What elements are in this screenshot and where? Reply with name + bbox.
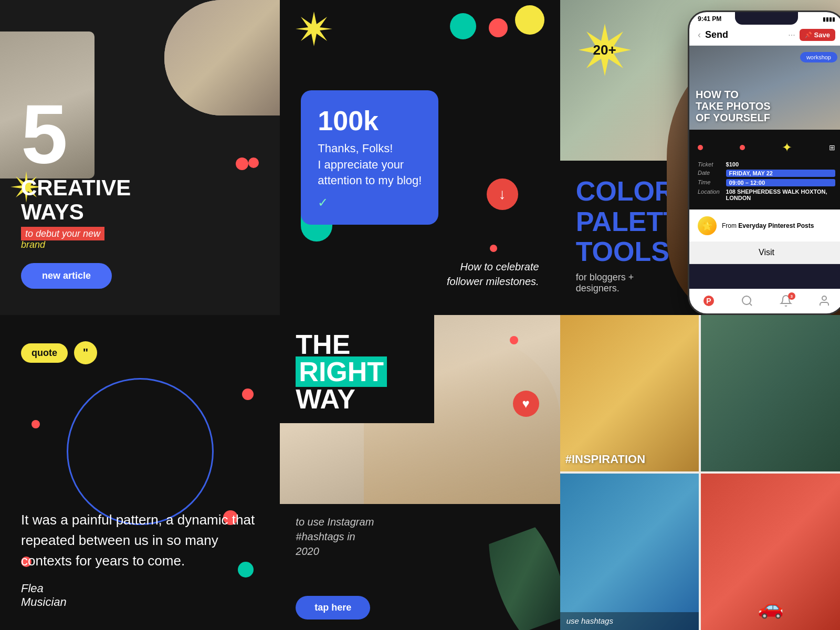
card3-badge: 20+	[576, 21, 634, 79]
card1-subtitle-block: to debut your new brand	[21, 228, 259, 250]
card-6-inspiration: #INSPIRATION use hashtags 🚗	[560, 315, 840, 630]
card5-title: THE RIGHT WAY	[296, 331, 418, 413]
card4-circle-decoration	[67, 378, 214, 525]
phone-container: 9:41 PM ▮▮▮▮ ‹ Send ··· 📌 Save workshop …	[640, 0, 840, 315]
phone-time-label: Time	[698, 179, 720, 186]
notification-badge: 3	[788, 292, 795, 300]
svg-point-2	[742, 296, 751, 304]
card2-checkmark: ✓	[318, 195, 422, 210]
phone-ticket-value: $100	[726, 161, 835, 167]
card5-leaf-decoration	[481, 536, 560, 630]
phone-event-header: ✦ ⊞	[698, 138, 835, 159]
phone-tab-bar: P 3	[689, 289, 840, 313]
phone-ticket-label: Ticket	[698, 161, 720, 167]
phone-hero-title: HOW TO TAKE PHOTOS OF YOURSELF	[696, 89, 771, 123]
phone-battery: ▮▮▮▮	[823, 16, 835, 22]
card4-quote-icon: "	[74, 341, 97, 364]
card4-quote-badge-group: quote "	[21, 341, 97, 364]
card1-new-article-button[interactable]: new article	[21, 263, 112, 289]
card1-title: CREATIVE WAYS	[21, 176, 259, 224]
phone-frame: 9:41 PM ▮▮▮▮ ‹ Send ··· 📌 Save workshop …	[688, 10, 840, 315]
phone-save-button[interactable]: 📌 Save	[800, 29, 835, 41]
card2-footer-text: How to celebrate follower milestones.	[447, 259, 539, 289]
card4-dot-2	[32, 420, 40, 428]
cell2-content	[701, 315, 840, 471]
card-5-right-way: THE RIGHT WAY ♥ to use Instagram #hashta…	[280, 315, 560, 630]
phone-date-value: FRIDAY, MAY 22	[726, 170, 835, 177]
dot-red	[489, 18, 508, 37]
star-burst-top	[296, 10, 332, 49]
phone-back-arrow[interactable]: ‹	[698, 29, 701, 40]
phone-avatar: 🌟	[698, 216, 717, 235]
card6-red-car: 🚗	[701, 595, 840, 620]
phone-visit-button[interactable]: Visit	[689, 242, 840, 264]
dot-teal	[450, 13, 476, 39]
dot-yellow	[515, 5, 544, 35]
phone-nav-bar: ‹ Send ··· 📌 Save	[689, 25, 840, 46]
card2-arrow: ↓	[487, 178, 518, 210]
card2-message: Thanks, Folks! I appreciate your attenti…	[318, 141, 422, 189]
card1-highlight: to debut your new	[21, 227, 104, 240]
phone-from-section: 🌟 From Everyday Pinterest Posts	[689, 209, 840, 242]
phone-date-label: Date	[698, 170, 720, 177]
phone-expand-icon[interactable]: ⊞	[829, 143, 835, 152]
svg-point-3	[822, 296, 826, 300]
card-3-color-palette: 20+ COLOR PALETTE TOOLS for bloggers + d…	[560, 0, 840, 315]
pin-icon: 📌	[805, 32, 812, 38]
phone-from-text: From Everyday Pinterest Posts	[722, 222, 814, 229]
phone-send-label: Send	[705, 29, 788, 40]
card6-cell-1: #INSPIRATION	[560, 315, 699, 471]
phone-location-label: Location	[698, 188, 720, 201]
card5-tap-here-button[interactable]: tap here	[296, 596, 370, 620]
card5-bottom-section: to use Instagram #hashtags in 2020 tap h…	[280, 504, 560, 630]
phone-starburst: ✦	[782, 140, 792, 155]
card-4-quote: quote " It was a painful pattern, a dyna…	[0, 315, 280, 630]
card2-100k-text: 100k	[318, 105, 422, 136]
card6-hashtag-text: #INSPIRATION	[565, 453, 645, 466]
phone-hero-image: workshop HOW TO TAKE PHOTOS OF YOURSELF	[689, 46, 840, 130]
phone-more-options[interactable]: ···	[788, 30, 795, 40]
card4-person-name: Flea Musician	[21, 582, 259, 609]
phone-notch	[735, 12, 798, 25]
card4-dot-1	[242, 388, 254, 400]
phone-time-value: 09:00 – 12:00	[726, 179, 835, 186]
dot-red-3	[490, 245, 497, 252]
tab-profile[interactable]	[818, 295, 831, 310]
tab-notifications[interactable]: 3	[780, 295, 792, 310]
dot-red-phone	[698, 145, 703, 150]
phone-event-details: ✦ ⊞ Ticket $100 Date FRIDAY, MAY 22 Time…	[689, 130, 840, 209]
tab-search[interactable]	[741, 295, 753, 310]
card-2-100k: 100k Thanks, Folks! I appreciate your at…	[280, 0, 560, 315]
phone-time: 9:41 PM	[698, 15, 721, 23]
card1-big-number: 5	[21, 92, 259, 176]
card5-title-block: THE RIGHT WAY	[280, 315, 434, 423]
dot-red-phone-2	[740, 145, 745, 150]
card1-brand: brand	[21, 239, 45, 250]
card6-cell-4: 🚗	[701, 474, 840, 630]
cell1-content: #INSPIRATION	[560, 315, 699, 471]
card6-cell-3: use hashtags	[560, 474, 699, 630]
card-1-creative-ways: 5 CREATIVE WAYS to debut your new brand …	[0, 0, 280, 315]
card6-use-hashtags: use hashtags	[560, 612, 699, 630]
card4-quote-text: It was a painful pattern, a dynamic that…	[21, 510, 259, 571]
card5-dot-1	[510, 336, 518, 344]
phone-location-value: 108 SHEPHERDESS WALK HOXTON, LONDON	[726, 188, 835, 201]
card6-cell-2	[701, 315, 840, 471]
phone-workshop-badge: workshop	[800, 52, 837, 62]
tab-pinterest[interactable]: P	[702, 295, 715, 310]
card5-heart-icon: ♥	[513, 391, 539, 417]
card4-quote-label: quote	[21, 343, 68, 363]
card5-top-section: THE RIGHT WAY ♥	[280, 315, 560, 504]
card2-bubble: 100k Thanks, Folks! I appreciate your at…	[301, 90, 438, 225]
svg-text:P: P	[706, 297, 711, 305]
